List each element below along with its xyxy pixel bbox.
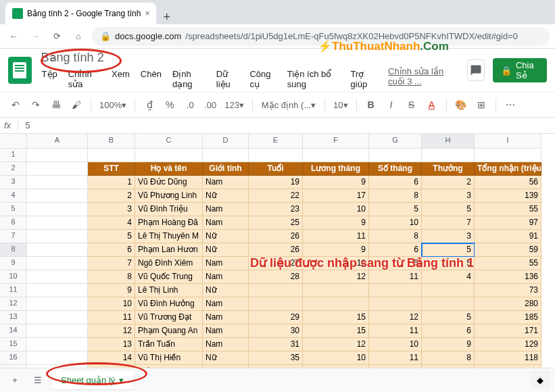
cell[interactable]: 3 xyxy=(88,203,135,216)
row-header[interactable]: 4 xyxy=(0,189,27,203)
row-header[interactable]: 9 xyxy=(0,257,27,270)
cell[interactable]: 9 xyxy=(88,284,135,297)
cell[interactable] xyxy=(27,270,88,284)
reload-button[interactable]: ⟳ xyxy=(49,28,65,45)
cell[interactable]: 8 xyxy=(369,189,422,203)
comment-history-button[interactable] xyxy=(467,59,485,81)
cell[interactable]: 15 xyxy=(303,324,369,338)
column-header[interactable]: A xyxy=(27,134,88,149)
row-header[interactable]: 5 xyxy=(0,203,27,216)
cell[interactable]: Ngô Đình Xiêm xyxy=(135,257,203,270)
cell[interactable]: Nam xyxy=(203,176,249,189)
cell[interactable]: 6 xyxy=(369,243,422,257)
formula-input[interactable]: 5 xyxy=(25,120,30,130)
cell[interactable]: Nam xyxy=(203,324,249,338)
column-header[interactable]: C xyxy=(135,134,203,149)
sheet-tab-active[interactable]: Sheet quản lý ▾ xyxy=(51,371,133,389)
cell[interactable]: 4 xyxy=(422,270,475,284)
row-header[interactable]: 7 xyxy=(0,230,27,243)
close-tab-icon[interactable]: × xyxy=(145,9,149,18)
row-header[interactable]: 14 xyxy=(0,324,27,338)
cell[interactable]: 12 xyxy=(303,270,369,284)
cell[interactable]: 280 xyxy=(475,297,541,311)
column-header[interactable]: F xyxy=(303,134,369,149)
fill-color-button[interactable]: 🎨 xyxy=(452,96,470,114)
number-format-dropdown[interactable]: 123 ▾ xyxy=(222,96,247,114)
cell[interactable]: 171 xyxy=(475,324,541,338)
cell[interactable]: 10 xyxy=(303,203,369,216)
column-header[interactable]: E xyxy=(249,134,303,149)
cell[interactable]: Tổng nhận (triệu) xyxy=(475,162,541,176)
cell[interactable]: Lê Thị Linh xyxy=(135,284,203,297)
cell[interactable] xyxy=(88,149,135,162)
spreadsheet-grid[interactable]: ABCDEFGHI12STTHọ và tênGiới tínhTuổiLươn… xyxy=(0,134,555,376)
cell[interactable]: 35 xyxy=(249,351,303,365)
cell[interactable]: 1 xyxy=(88,176,135,189)
cell[interactable]: 12 xyxy=(369,311,422,324)
forward-button[interactable]: → xyxy=(27,28,43,45)
cell[interactable] xyxy=(27,257,88,270)
cell[interactable]: 2 xyxy=(422,176,475,189)
zoom-dropdown[interactable]: 100% ▾ xyxy=(97,96,129,114)
cell[interactable] xyxy=(135,149,203,162)
cell[interactable]: 10 xyxy=(303,351,369,365)
cell[interactable] xyxy=(303,297,369,311)
cell[interactable]: 10 xyxy=(369,338,422,351)
menu-data[interactable]: Dữ liệu xyxy=(212,66,244,92)
cell[interactable]: 3 xyxy=(422,189,475,203)
last-edit-link[interactable]: Chỉnh sửa lần cuối 3 ... xyxy=(388,66,462,92)
percent-button[interactable]: % xyxy=(161,96,178,114)
cell[interactable]: 15 xyxy=(303,311,369,324)
cell[interactable] xyxy=(249,284,303,297)
decrease-decimal-button[interactable]: .0 xyxy=(181,96,199,114)
cell[interactable]: 14 xyxy=(88,351,135,365)
cell[interactable]: Vũ Đình Hưởng xyxy=(135,297,203,311)
cell[interactable]: 8 xyxy=(369,230,422,243)
cell[interactable]: 5 xyxy=(422,311,475,324)
add-sheet-button[interactable]: + xyxy=(5,371,24,390)
explore-button[interactable]: ◆ xyxy=(531,370,550,389)
bold-button[interactable]: B xyxy=(362,96,380,114)
row-header[interactable]: 12 xyxy=(0,297,27,311)
cell[interactable]: 5 xyxy=(422,243,475,257)
cell[interactable]: 4 xyxy=(88,216,135,230)
cell[interactable] xyxy=(27,297,88,311)
cell[interactable]: 91 xyxy=(475,230,541,243)
cell[interactable]: Nam xyxy=(203,257,249,270)
cell[interactable]: Nữ xyxy=(203,284,249,297)
cell[interactable]: 118 xyxy=(475,351,541,365)
new-tab-button[interactable]: + xyxy=(156,10,177,24)
row-header[interactable]: 16 xyxy=(0,351,27,365)
cell[interactable] xyxy=(27,324,88,338)
cell[interactable]: 11 xyxy=(369,351,422,365)
cell[interactable]: Nam xyxy=(203,270,249,284)
cell[interactable]: 7 xyxy=(422,216,475,230)
cell[interactable]: Phạm Hoàng Đă xyxy=(135,216,203,230)
cell[interactable]: 11 xyxy=(369,270,422,284)
increase-decimal-button[interactable]: .00 xyxy=(201,96,219,114)
cell[interactable]: 12 xyxy=(88,324,135,338)
document-title[interactable]: Bảng tính 2 xyxy=(37,49,462,66)
cell[interactable] xyxy=(369,149,422,162)
cell[interactable]: Họ và tên xyxy=(135,162,203,176)
cell[interactable] xyxy=(27,203,88,216)
cell[interactable]: Lương tháng xyxy=(303,162,369,176)
cell[interactable]: Nữ xyxy=(203,243,249,257)
cell[interactable]: 97 xyxy=(475,216,541,230)
text-color-button[interactable]: A xyxy=(423,96,441,114)
row-header[interactable]: 6 xyxy=(0,216,27,230)
column-header[interactable]: B xyxy=(88,134,135,149)
menu-addons[interactable]: Tiện ích bổ sung xyxy=(283,66,345,92)
row-header[interactable]: 10 xyxy=(0,270,27,284)
back-button[interactable]: ← xyxy=(5,28,22,45)
print-button[interactable]: 🖶 xyxy=(47,96,65,114)
cell[interactable]: 26 xyxy=(249,230,303,243)
cell[interactable]: 11 xyxy=(88,311,135,324)
cell[interactable] xyxy=(27,176,88,189)
cell[interactable]: 28 xyxy=(249,270,303,284)
cell[interactable]: 11 xyxy=(369,324,422,338)
cell[interactable]: Nam xyxy=(203,203,249,216)
cell[interactable]: 29 xyxy=(249,311,303,324)
cell[interactable]: 23 xyxy=(249,203,303,216)
cell[interactable]: 59 xyxy=(475,243,541,257)
